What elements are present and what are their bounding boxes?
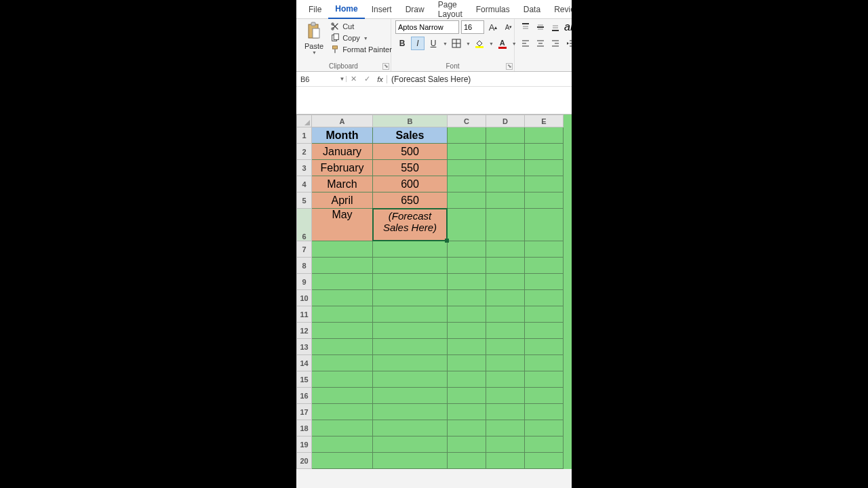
cell-A20[interactable] [312, 453, 373, 469]
cell-B2[interactable]: 500 [373, 144, 448, 160]
cell-D20[interactable] [486, 453, 525, 469]
cell-D5[interactable] [486, 192, 525, 209]
cell-D11[interactable] [486, 306, 525, 323]
cell-A9[interactable] [312, 274, 373, 290]
cell-C8[interactable] [448, 258, 486, 274]
cell-E16[interactable] [525, 388, 564, 404]
cell-E9[interactable] [525, 274, 564, 290]
cell-E12[interactable] [525, 323, 564, 339]
row-header-14[interactable]: 14 [297, 355, 312, 371]
cell-C11[interactable] [448, 306, 486, 323]
align-right-button[interactable] [549, 37, 562, 50]
format-painter-button[interactable]: Format Painter [330, 45, 392, 54]
cell-C15[interactable] [448, 371, 486, 388]
row-header-11[interactable]: 11 [297, 306, 312, 323]
cell-D16[interactable] [486, 388, 525, 404]
font-color-button[interactable]: A [496, 37, 509, 50]
cell-E7[interactable] [525, 241, 564, 258]
cut-button[interactable]: Cut [330, 22, 392, 31]
cell-B14[interactable] [373, 355, 448, 371]
cell-E19[interactable] [525, 436, 564, 453]
column-header-D[interactable]: D [486, 115, 525, 127]
align-top-button[interactable] [519, 20, 532, 34]
cell-A14[interactable] [312, 355, 373, 371]
formula-input[interactable]: (Forecast Sales Here) [387, 72, 572, 86]
cell-C14[interactable] [448, 355, 486, 371]
cell-D1[interactable] [486, 127, 525, 144]
cell-E15[interactable] [525, 371, 564, 388]
row-header-8[interactable]: 8 [297, 258, 312, 274]
cell-C12[interactable] [448, 323, 486, 339]
cell-D17[interactable] [486, 404, 525, 420]
cell-A16[interactable] [312, 388, 373, 404]
cell-C5[interactable] [448, 192, 486, 209]
name-box-dropdown[interactable]: ▼ [338, 76, 347, 82]
orientation-button[interactable]: ab [564, 20, 572, 34]
tab-file[interactable]: File [302, 1, 328, 18]
cell-B1[interactable]: Sales [373, 127, 448, 144]
fill-color-button[interactable] [473, 37, 486, 50]
chevron-down-icon[interactable]: ▼ [443, 41, 448, 46]
cell-C3[interactable] [448, 160, 486, 176]
cell-E5[interactable] [525, 192, 564, 209]
cell-B3[interactable]: 550 [373, 160, 448, 176]
cell-E14[interactable] [525, 355, 564, 371]
cell-B11[interactable] [373, 306, 448, 323]
cell-A12[interactable] [312, 323, 373, 339]
row-header-17[interactable]: 17 [297, 404, 312, 420]
spreadsheet-grid[interactable]: ABCDE1MonthSales2January5003February5504… [296, 115, 572, 469]
column-header-C[interactable]: C [448, 115, 486, 127]
bold-button[interactable]: B [395, 37, 409, 50]
cell-A15[interactable] [312, 371, 373, 388]
cell-A4[interactable]: March [312, 176, 373, 192]
cell-A6[interactable]: May [312, 209, 373, 241]
cell-B15[interactable] [373, 371, 448, 388]
cell-D10[interactable] [486, 290, 525, 306]
cell-C10[interactable] [448, 290, 486, 306]
cell-B9[interactable] [373, 274, 448, 290]
cell-E1[interactable] [525, 127, 564, 144]
cell-B17[interactable] [373, 404, 448, 420]
cell-A18[interactable] [312, 420, 373, 436]
cell-D4[interactable] [486, 176, 525, 192]
cell-E13[interactable] [525, 339, 564, 355]
cell-E17[interactable] [525, 404, 564, 420]
cell-A13[interactable] [312, 339, 373, 355]
row-header-12[interactable]: 12 [297, 323, 312, 339]
cell-D19[interactable] [486, 436, 525, 453]
cell-B18[interactable] [373, 420, 448, 436]
confirm-formula-button[interactable]: ✓ [360, 75, 374, 83]
cell-A5[interactable]: April [312, 192, 373, 209]
italic-button[interactable]: I [411, 37, 425, 50]
tab-review[interactable]: Review [547, 1, 572, 18]
cell-E2[interactable] [525, 144, 564, 160]
cell-D7[interactable] [486, 241, 525, 258]
cell-D9[interactable] [486, 274, 525, 290]
cell-B7[interactable] [373, 241, 448, 258]
cell-C6[interactable] [448, 209, 486, 241]
cell-C18[interactable] [448, 420, 486, 436]
cell-C1[interactable] [448, 127, 486, 144]
dialog-launcher-icon[interactable]: ⬊ [506, 63, 513, 70]
cell-C20[interactable] [448, 453, 486, 469]
cell-C13[interactable] [448, 339, 486, 355]
cell-A7[interactable] [312, 241, 373, 258]
font-name-select[interactable] [395, 20, 459, 34]
align-middle-button[interactable] [534, 20, 547, 34]
column-header-E[interactable]: E [525, 115, 564, 127]
decrease-font-button[interactable]: A▾ [502, 20, 515, 34]
column-header-A[interactable]: A [312, 115, 373, 127]
row-header-3[interactable]: 3 [297, 160, 312, 176]
row-header-6[interactable]: 6 [297, 209, 312, 241]
row-header-5[interactable]: 5 [297, 192, 312, 209]
paste-button[interactable]: Paste ▼ [300, 20, 328, 56]
tab-formulas[interactable]: Formulas [469, 1, 517, 18]
cell-D3[interactable] [486, 160, 525, 176]
chevron-down-icon[interactable]: ▼ [489, 41, 494, 46]
cell-A1[interactable]: Month [312, 127, 373, 144]
cell-D12[interactable] [486, 323, 525, 339]
dialog-launcher-icon[interactable]: ⬊ [382, 63, 389, 70]
row-header-18[interactable]: 18 [297, 420, 312, 436]
row-header-9[interactable]: 9 [297, 274, 312, 290]
cell-B12[interactable] [373, 323, 448, 339]
